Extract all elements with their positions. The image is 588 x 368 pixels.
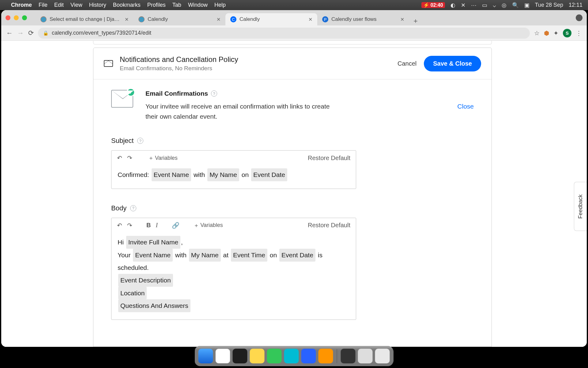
close-link[interactable]: Close xyxy=(457,103,474,110)
insert-variables-button[interactable]: ＋Variables xyxy=(148,154,178,162)
help-icon[interactable]: ? xyxy=(211,90,217,97)
variable-chip[interactable]: My Name xyxy=(207,168,239,181)
menu-history[interactable]: History xyxy=(89,2,106,8)
menu-edit[interactable]: Edit xyxy=(54,2,64,8)
dock-app-icon[interactable] xyxy=(284,349,299,363)
chrome-menu-icon[interactable]: ⋮ xyxy=(576,29,582,37)
undo-icon[interactable]: ↶ xyxy=(117,222,122,229)
variable-chip[interactable]: Event Name xyxy=(133,249,173,262)
dock-notes-icon[interactable] xyxy=(250,349,265,363)
pageflows-favicon: P xyxy=(322,16,328,22)
status-icon-2[interactable]: ✕ xyxy=(461,2,466,9)
macos-menubar: Chrome File Edit View History Bookmarks … xyxy=(0,0,588,10)
menu-tab[interactable]: Tab xyxy=(172,2,181,8)
status-icon-1[interactable]: ◐ xyxy=(450,2,455,9)
tab-userflows[interactable]: P Calendly user flows ✕ xyxy=(317,13,409,25)
body-label: Body xyxy=(111,204,126,212)
tab-django[interactable]: 🌐 Select email to change | Django ✕ xyxy=(36,13,134,25)
variable-chip[interactable]: Event Date xyxy=(251,168,287,181)
window-zoom-button[interactable] xyxy=(22,15,27,20)
dock-chrome-icon[interactable] xyxy=(216,349,230,363)
tab-close-icon[interactable]: ✕ xyxy=(217,17,221,22)
insert-variables-button[interactable]: ＋Variables xyxy=(194,222,223,229)
dock-finder-icon[interactable] xyxy=(198,349,213,363)
spotlight-icon[interactable]: 🔍 xyxy=(512,2,519,9)
dock-app-icon[interactable] xyxy=(267,349,282,363)
control-center-icon[interactable]: ◎ xyxy=(502,2,507,9)
app-name[interactable]: Chrome xyxy=(11,2,32,8)
help-icon[interactable]: ? xyxy=(137,138,143,144)
subject-editor[interactable]: ↶ ↷ ＋Variables Restore Default Confirmed… xyxy=(111,150,356,189)
dock-terminal-icon[interactable] xyxy=(233,349,247,363)
variable-chip[interactable]: Questions And Answers xyxy=(118,299,190,312)
card-header: Notifications and Cancellation Policy Em… xyxy=(93,48,492,79)
back-button[interactable]: ← xyxy=(6,29,13,37)
lock-icon: 🔒 xyxy=(43,30,49,36)
dock-app-icon[interactable] xyxy=(341,349,356,363)
battery-status[interactable]: ⚡02:40 xyxy=(421,2,445,8)
restore-default-button[interactable]: Restore Default xyxy=(308,222,350,229)
mail-icon xyxy=(104,60,113,67)
variable-chip[interactable]: Location xyxy=(118,287,147,300)
reload-button[interactable]: ⟳ xyxy=(28,29,34,37)
tab-calendly-active[interactable]: C Calendly ✕ xyxy=(225,13,317,25)
siri-icon[interactable]: ▣ xyxy=(524,2,530,9)
bold-icon[interactable]: B xyxy=(146,222,151,229)
tab-close-icon[interactable]: ✕ xyxy=(400,17,404,22)
body-input[interactable]: Hi Invitee Full Name, Your Event Name wi… xyxy=(111,233,356,320)
menubar-date[interactable]: Tue 28 Sep xyxy=(535,2,563,8)
menubar-time[interactable]: 12:11 xyxy=(569,2,582,8)
extensions-icon[interactable]: ✦ xyxy=(553,29,559,37)
menu-profiles[interactable]: Profiles xyxy=(147,2,166,8)
undo-icon[interactable]: ↶ xyxy=(117,154,122,162)
feedback-tab[interactable]: Feedback xyxy=(574,182,587,231)
variable-chip[interactable]: Event Time xyxy=(231,249,267,262)
battery-icon[interactable]: ▭ xyxy=(482,2,487,9)
dock-app-icon[interactable] xyxy=(358,349,373,363)
address-bar[interactable]: 🔒 calendly.com/event_types/73920714/edit xyxy=(38,28,530,39)
help-icon[interactable]: ? xyxy=(130,205,136,211)
bookmark-star-icon[interactable]: ☆ xyxy=(534,29,540,37)
window-close-button[interactable] xyxy=(6,15,10,20)
redo-icon[interactable]: ↷ xyxy=(127,154,132,162)
cancel-button[interactable]: Cancel xyxy=(398,60,417,67)
tab-calendly-1[interactable]: 🌐 Calendly ✕ xyxy=(134,13,225,25)
variable-chip[interactable]: Event Description xyxy=(118,274,173,287)
section-heading: Email Confirmations xyxy=(145,90,208,97)
subject-input[interactable]: Confirmed: Event Name with My Name on Ev… xyxy=(111,165,356,189)
tab-close-icon[interactable]: ✕ xyxy=(125,17,129,22)
variable-chip[interactable]: Invitee Full Name xyxy=(126,236,180,249)
variable-chip[interactable]: Event Date xyxy=(279,249,315,262)
subject-toolbar: ↶ ↷ ＋Variables Restore Default xyxy=(111,151,356,165)
status-icon-3[interactable]: ⋯ xyxy=(471,2,477,9)
page-content: Notifications and Cancellation Policy Em… xyxy=(1,41,587,347)
section-description: Your invitee will receive an email confi… xyxy=(145,102,341,121)
save-close-button[interactable]: Save & Close xyxy=(424,56,481,71)
wifi-icon[interactable]: ⌵ xyxy=(493,2,496,9)
tab-strip: 🌐 Select email to change | Django ✕ 🌐 Ca… xyxy=(36,10,419,25)
tab-title: Calendly xyxy=(148,16,213,22)
forward-button[interactable]: → xyxy=(17,29,24,37)
menu-bookmarks[interactable]: Bookmarks xyxy=(113,2,141,8)
tab-close-icon[interactable]: ✕ xyxy=(308,17,312,22)
dock-trash-icon[interactable] xyxy=(375,349,390,363)
dock-app-icon[interactable] xyxy=(301,349,316,363)
tab-overflow-icon[interactable] xyxy=(576,14,582,21)
link-icon[interactable]: 🔗 xyxy=(172,222,179,229)
window-minimize-button[interactable] xyxy=(14,15,19,20)
menu-help[interactable]: Help xyxy=(214,2,226,8)
menu-window[interactable]: Window xyxy=(188,2,208,8)
variable-chip[interactable]: My Name xyxy=(189,249,221,262)
extension-metamask-icon[interactable]: ⬢ xyxy=(544,29,549,37)
new-tab-button[interactable]: ＋ xyxy=(412,16,419,25)
profile-avatar[interactable]: S xyxy=(563,29,571,37)
italic-icon[interactable]: I xyxy=(156,222,158,229)
redo-icon[interactable]: ↷ xyxy=(127,222,132,229)
url-text: calendly.com/event_types/73920714/edit xyxy=(52,30,151,36)
body-editor[interactable]: ↶ ↷ B I 🔗 ＋Variables Restore Default Hi … xyxy=(111,218,356,320)
menu-view[interactable]: View xyxy=(70,2,82,8)
restore-default-button[interactable]: Restore Default xyxy=(308,155,350,162)
menu-file[interactable]: File xyxy=(39,2,47,8)
variable-chip[interactable]: Event Name xyxy=(152,168,191,181)
dock-app-icon[interactable] xyxy=(318,349,333,363)
